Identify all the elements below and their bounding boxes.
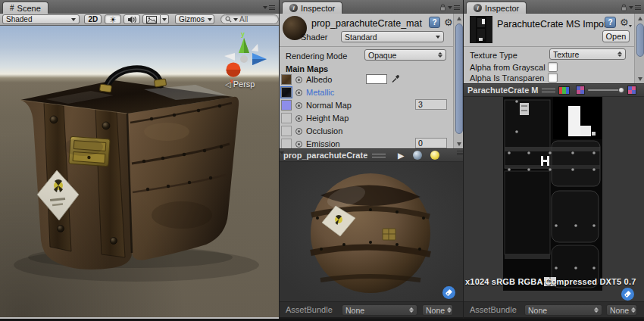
albedo-texture-thumb[interactable] xyxy=(281,74,292,85)
rendering-mode-label: Rendering Mode xyxy=(286,51,347,61)
drag-handle-icon[interactable] xyxy=(372,154,386,157)
texture-inspector-panel: i Inspector ParachuteCrate MS Import ? ⚙… xyxy=(464,0,644,321)
tab-scene[interactable]: # Scene xyxy=(2,2,48,14)
toggle-2d-button[interactable]: 2D xyxy=(84,14,102,24)
preview-menu-icon[interactable] xyxy=(447,151,459,159)
chevron-down-icon xyxy=(208,18,212,21)
mip-level-slider[interactable] xyxy=(588,86,624,95)
object-picker-icon[interactable] xyxy=(295,128,302,135)
material-preview-header[interactable]: prop_parachuteCrate ▶ xyxy=(280,148,463,162)
info-icon: i xyxy=(474,4,482,12)
scroll-up-button[interactable] xyxy=(635,14,644,23)
scene-orientation-gizmo[interactable]: y x xyxy=(218,29,271,85)
normal-map-texture-thumb[interactable] xyxy=(281,100,292,111)
shading-mode-dropdown[interactable]: Shaded xyxy=(2,14,80,24)
shader-dropdown[interactable]: Standard xyxy=(341,31,444,42)
assetbundle-label: AssetBundle xyxy=(470,305,517,314)
scene-search-field[interactable] xyxy=(220,14,279,24)
normal-map-value-field[interactable] xyxy=(415,99,447,110)
assetbundle-variant-dropdown[interactable]: None xyxy=(606,304,637,316)
scroll-down-button[interactable] xyxy=(454,139,464,148)
search-input[interactable] xyxy=(239,15,274,23)
texture-type-dropdown[interactable]: Texture xyxy=(549,48,626,60)
texture-preview-header[interactable]: ParachuteCrate M xyxy=(464,83,644,97)
rendering-mode-dropdown[interactable]: Opaque xyxy=(364,49,446,61)
lock-icon[interactable] xyxy=(439,4,446,11)
alpha-is-transparency-checkbox[interactable] xyxy=(548,73,558,83)
axis-y-label[interactable]: y xyxy=(241,30,245,38)
crate-3d-object[interactable] xyxy=(0,26,279,317)
axis-negative-cone[interactable] xyxy=(224,53,235,61)
assetbundle-dropdown[interactable]: None xyxy=(342,304,417,316)
object-picker-icon[interactable] xyxy=(295,76,302,83)
texture-type-label: Texture Type xyxy=(470,51,517,60)
scrollbar-thumb[interactable] xyxy=(455,23,463,134)
texture-thumbnail[interactable] xyxy=(470,16,492,43)
preview-shape-button[interactable] xyxy=(413,151,422,160)
scene-viewport[interactable]: y x ◁ Persp xyxy=(0,26,279,317)
axis-x-cone[interactable] xyxy=(227,63,241,77)
axis-negative-cone[interactable] xyxy=(252,44,258,51)
rgb-channels-icon[interactable] xyxy=(558,86,570,95)
gear-icon[interactable]: ⚙ xyxy=(444,17,453,28)
pane-menu-icon[interactable] xyxy=(629,4,641,11)
axis-x-label[interactable]: x xyxy=(230,77,233,85)
emission-value-field[interactable] xyxy=(415,138,447,148)
help-icon[interactable]: ? xyxy=(429,17,440,28)
dropdown-arrows-icon xyxy=(593,307,599,313)
scene-lighting-button[interactable]: ☀ xyxy=(105,14,121,24)
inspector-scrollbar[interactable] xyxy=(634,14,644,83)
assetbundle-dropdown[interactable]: None xyxy=(524,304,602,316)
emission-empty-thumb[interactable] xyxy=(281,139,292,149)
axis-z-cone[interactable] xyxy=(252,53,267,65)
pane-menu-icon[interactable] xyxy=(263,4,275,11)
object-picker-icon[interactable] xyxy=(295,141,302,148)
projection-toggle[interactable]: ◁ Persp xyxy=(225,79,255,89)
material-preview-area[interactable] xyxy=(280,162,463,301)
height-map-empty-thumb[interactable] xyxy=(281,113,292,123)
mipmap-icon[interactable] xyxy=(627,86,636,95)
gizmo-hub[interactable] xyxy=(240,55,248,63)
scene-audio-button[interactable] xyxy=(123,14,140,24)
scroll-up-button[interactable] xyxy=(454,14,464,23)
texture-import-header: ParachuteCrate MS Import ? ⚙ Open xyxy=(464,14,644,47)
object-picker-icon[interactable] xyxy=(295,102,302,109)
tab-inspector[interactable]: i Inspector xyxy=(282,2,342,14)
drag-handle-icon[interactable] xyxy=(542,89,555,92)
scrollbar-thumb[interactable] xyxy=(636,23,644,57)
metallic-texture-thumb[interactable] xyxy=(281,87,292,98)
object-picker-icon[interactable] xyxy=(295,89,302,96)
assetbundle-tag-icon[interactable] xyxy=(621,288,634,301)
shading-mode-value: Shaded xyxy=(6,15,68,23)
eyedropper-icon[interactable] xyxy=(391,73,401,83)
help-icon[interactable]: ? xyxy=(605,17,616,28)
occlusion-empty-thumb[interactable] xyxy=(281,126,292,136)
preview-light-button[interactable] xyxy=(430,151,439,160)
assetbundle-tag-icon[interactable] xyxy=(442,286,455,299)
scene-grid-icon: # xyxy=(10,4,14,12)
object-picker-icon[interactable] xyxy=(295,115,302,122)
assetbundle-variant-dropdown[interactable]: None xyxy=(422,304,453,316)
slider-knob[interactable] xyxy=(618,87,624,93)
tab-inspector[interactable]: i Inspector xyxy=(466,2,527,14)
pane-menu-icon[interactable] xyxy=(448,4,460,11)
texture-preview-area[interactable]: x1024 sRGB RGBA Compressed DXT5 0.7 xyxy=(464,97,644,301)
inspector-scrollbar[interactable] xyxy=(453,14,463,148)
open-button[interactable]: Open xyxy=(602,30,630,42)
search-icon xyxy=(225,16,232,23)
material-preview-sphere[interactable] xyxy=(280,162,463,301)
axis-y-cone[interactable] xyxy=(239,38,249,53)
lock-icon[interactable] xyxy=(621,4,627,11)
material-title: prop_parachuteCrate_mat xyxy=(311,18,422,29)
play-button[interactable]: ▶ xyxy=(398,151,404,160)
chevron-down-icon xyxy=(162,18,167,21)
gizmos-dropdown[interactable]: Gizmos xyxy=(175,14,214,24)
scene-effects-button[interactable] xyxy=(142,14,169,24)
alpha-from-grayscale-checkbox[interactable] xyxy=(548,62,558,72)
alpha-channel-icon[interactable] xyxy=(576,86,585,95)
albedo-color-swatch[interactable] xyxy=(366,74,387,84)
unity-editor-window: # Scene Shaded 2D ☀ xyxy=(0,0,644,321)
gear-icon[interactable]: ⚙ xyxy=(620,17,629,28)
preview-title: ParachuteCrate M xyxy=(467,86,539,95)
scroll-down-button[interactable] xyxy=(635,74,644,83)
